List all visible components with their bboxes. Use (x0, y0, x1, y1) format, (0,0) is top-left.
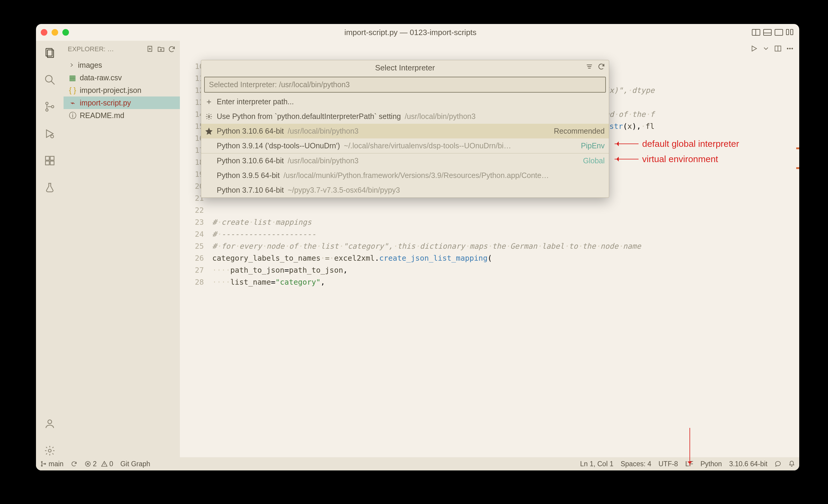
customize-layout-icon[interactable] (786, 29, 794, 36)
explorer-header: EXPLORER: … (64, 41, 180, 57)
run-icon[interactable] (750, 45, 758, 54)
maximize-window-button[interactable] (63, 29, 69, 36)
minimize-window-button[interactable] (51, 29, 58, 36)
svg-rect-9 (50, 156, 54, 160)
select-interpreter-quickpick: Select Interpreter Selected Interpreter:… (201, 60, 609, 198)
close-window-button[interactable] (41, 29, 47, 36)
run-dropdown-icon[interactable] (762, 45, 770, 54)
svg-point-7 (51, 135, 54, 138)
svg-point-13 (48, 449, 51, 452)
code-line: 25#·for·every·node·of·the·list·"category… (180, 240, 799, 252)
new-folder-icon[interactable] (157, 45, 165, 53)
explorer-sidebar: EXPLORER: … images▦data-raw.csv{ }import… (64, 41, 180, 457)
encoding-item[interactable]: UTF-8 (659, 460, 678, 468)
toggle-secondary-sidebar-icon[interactable] (775, 29, 783, 36)
svg-point-29 (208, 116, 210, 118)
file-item[interactable]: ▦data-raw.csv (64, 71, 180, 84)
indentation-item[interactable]: Spaces: 4 (621, 460, 651, 468)
toggle-primary-sidebar-icon[interactable] (752, 29, 760, 36)
interpreter-option[interactable]: Use Python from `python.defaultInterpret… (201, 109, 609, 124)
folder-item[interactable]: images (64, 59, 180, 71)
svg-line-3 (51, 81, 54, 85)
code-line: 24#·--------------------- (180, 228, 799, 240)
interpreter-option[interactable]: Python 3.10.6 64-bit /usr/local/bin/pyth… (201, 124, 609, 138)
interpreter-option[interactable]: Python 3.9.14 ('dsp-tools--UOnuDrn') ~/.… (201, 138, 609, 153)
svg-point-30 (41, 461, 43, 463)
svg-point-22 (789, 48, 790, 49)
interpreter-option[interactable]: Python 3.9.5 64-bit /usr/local/munki/Pyt… (201, 168, 609, 183)
file-item[interactable]: ⓘREADME.md (64, 109, 180, 122)
python-interpreter-item[interactable]: 3.10.6 64-bit (729, 460, 768, 468)
cursor-position-item[interactable]: Ln 1, Col 1 (580, 460, 613, 468)
quickpick-input[interactable]: Selected Interpreter: /usr/local/bin/pyt… (204, 77, 606, 93)
annotation-arrow-down (690, 428, 690, 466)
code-line: 26category_labels_to_names·=·excel2xml.c… (180, 252, 799, 264)
source-control-icon[interactable] (43, 100, 56, 113)
file-item[interactable]: ⌁import-script.py (64, 96, 180, 109)
activity-bar (36, 41, 64, 457)
refresh-interpreters-icon[interactable] (597, 63, 605, 73)
refresh-icon[interactable] (168, 45, 176, 53)
svg-rect-11 (50, 161, 54, 165)
git-graph-item[interactable]: Git Graph (120, 460, 150, 468)
extensions-icon[interactable] (43, 154, 56, 167)
window-title: import-script.py — 0123-import-scripts (69, 28, 752, 37)
svg-point-31 (41, 465, 43, 466)
feedback-icon[interactable] (775, 461, 781, 467)
filter-icon[interactable] (585, 63, 593, 73)
vscode-window: import-script.py — 0123-import-scripts E… (36, 24, 799, 470)
code-line: 22 (180, 204, 799, 216)
interpreter-option[interactable]: Python 3.7.10 64-bit ~/pypy3.7-v7.3.5-os… (201, 183, 609, 197)
notifications-icon[interactable] (788, 461, 795, 467)
interpreter-option[interactable]: Enter interpreter path... (201, 94, 609, 109)
svg-point-21 (787, 48, 788, 49)
quickpick-title: Select Interpreter (201, 60, 609, 76)
annotation-virtual-env: virtual environment (615, 154, 718, 164)
svg-rect-10 (46, 161, 49, 165)
accounts-icon[interactable] (43, 417, 56, 430)
new-file-icon[interactable] (146, 45, 154, 53)
titlebar: import-script.py — 0123-import-scripts (36, 24, 799, 41)
star-icon (205, 128, 213, 135)
svg-rect-8 (46, 156, 49, 160)
split-editor-icon[interactable] (774, 45, 782, 54)
code-line: 28····list_name="category", (180, 276, 799, 288)
svg-point-23 (792, 48, 793, 49)
interpreter-option[interactable]: Python 3.10.6 64-bit /usr/local/bin/pyth… (201, 153, 609, 168)
testing-icon[interactable] (43, 181, 56, 194)
svg-point-4 (46, 102, 48, 104)
run-debug-icon[interactable] (43, 127, 56, 140)
code-line: 27····path_to_json=path_to_json, (180, 264, 799, 276)
svg-point-2 (46, 76, 52, 82)
window-controls (41, 29, 69, 36)
svg-point-12 (48, 420, 52, 424)
svg-point-5 (46, 109, 48, 111)
toggle-panel-icon[interactable] (763, 29, 772, 36)
more-actions-icon[interactable] (786, 45, 794, 54)
gear-icon (205, 113, 213, 120)
problems-item[interactable]: 2 0 (85, 460, 113, 468)
language-mode-item[interactable]: Python (701, 460, 722, 468)
search-icon[interactable] (43, 73, 56, 86)
explorer-title: EXPLORER: … (68, 45, 143, 53)
overview-ruler (796, 147, 799, 187)
svg-point-32 (45, 463, 46, 464)
svg-point-6 (51, 105, 54, 108)
git-branch-item[interactable]: main (40, 460, 64, 468)
file-item[interactable]: { }import-project.json (64, 84, 180, 96)
settings-gear-icon[interactable] (43, 444, 56, 457)
code-line: 23#·create·list·mappings (180, 216, 799, 228)
editor-actions (180, 41, 799, 57)
sync-item[interactable] (71, 461, 77, 467)
status-bar: main 2 0 Git Graph Ln 1, Col 1 Spaces: 4… (36, 457, 799, 470)
file-tree: images▦data-raw.csv{ }import-project.jso… (64, 57, 180, 123)
annotation-default-interpreter: default global interpreter (615, 139, 739, 149)
plus-icon (205, 98, 213, 105)
explorer-icon[interactable] (43, 46, 56, 59)
layout-controls (752, 29, 794, 36)
